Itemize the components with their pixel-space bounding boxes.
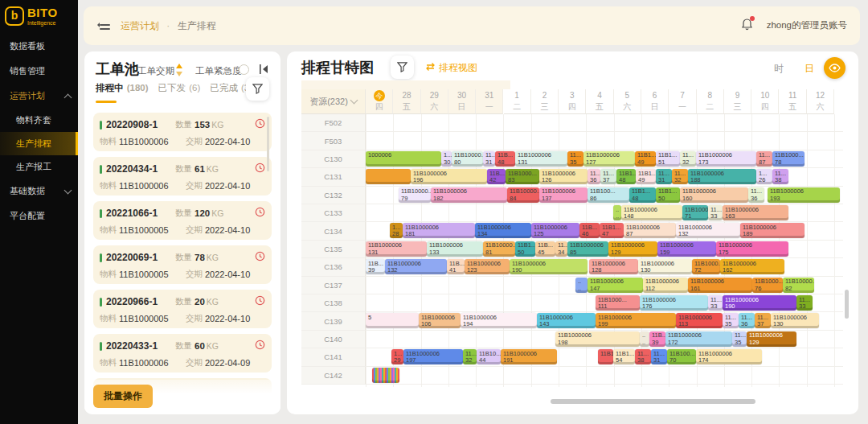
- gantt-bar[interactable]: 11B1000006126: [539, 169, 588, 184]
- gantt-bar[interactable]: 11B1000006181: [403, 223, 475, 238]
- gantt-bar[interactable]: 11...36: [739, 313, 755, 328]
- gantt-bar[interactable]: 11B100...70: [667, 349, 696, 364]
- gantt-bar[interactable]: ....: [613, 205, 621, 220]
- gantt-bar[interactable]: 11B10000...80: [452, 151, 483, 167]
- gantt-bar[interactable]: [366, 169, 411, 184]
- sidebar-item-operation-plan[interactable]: 运营计划: [0, 84, 78, 109]
- gantt-bar[interactable]: 11B1...48: [616, 169, 636, 184]
- gantt-bar[interactable]: 11B100000687: [624, 223, 676, 238]
- gantt-bar[interactable]: 11...38: [635, 349, 651, 364]
- sidebar-item-material-kitting[interactable]: 物料齐套: [0, 109, 78, 132]
- gantt-bar[interactable]: 11B1...48: [629, 187, 656, 203]
- gantt-bar[interactable]: 11...33: [796, 295, 813, 311]
- sidebar-item-production-report[interactable]: 生产报工: [0, 155, 78, 179]
- gantt-bar[interactable]: 11B1000006129: [608, 241, 657, 257]
- gantt-bar[interactable]: 11...37: [600, 169, 616, 184]
- gantt-bar[interactable]: 11B1000006143: [537, 313, 596, 328]
- sidebar-item-platform-config[interactable]: 平台配置: [0, 204, 78, 228]
- gantt-bar[interactable]: 11...36: [588, 169, 600, 184]
- gantt-bar[interactable]: 11...34: [555, 241, 567, 257]
- gantt-bar[interactable]: 11B1000006125: [531, 223, 579, 238]
- gantt-bar[interactable]: 11B...39: [649, 331, 665, 347]
- gantt-bar[interactable]: 11...32: [463, 349, 477, 364]
- gantt-bar[interactable]: 11B1000006148: [621, 205, 682, 220]
- gantt-bar[interactable]: 11B1000006112: [643, 278, 688, 293]
- gantt-bar[interactable]: 11B1...51: [656, 151, 680, 167]
- gantt-bar[interactable]: 11B1000006123: [465, 259, 510, 274]
- gantt-bar[interactable]: 11...31: [656, 169, 672, 184]
- gantt-bar[interactable]: 11...38: [772, 169, 788, 184]
- gantt-bar[interactable]: 11B1000006194: [461, 313, 537, 328]
- gantt-bar[interactable]: 11B10000...82: [783, 278, 814, 293]
- gantt-bar[interactable]: 11B1000006131: [515, 151, 567, 167]
- gantt-bar[interactable]: 11...31: [483, 151, 495, 167]
- sidebar-item-sales[interactable]: 销售管理: [0, 59, 78, 84]
- gantt-bar[interactable]: 11B1...54: [613, 349, 635, 364]
- gantt-bar[interactable]: 11B1000...76: [752, 278, 783, 293]
- gantt-bar[interactable]: 11B1000006161: [688, 278, 752, 293]
- schedule-view-toggle[interactable]: 排程视图: [425, 61, 477, 75]
- gantt-bar[interactable]: 11B1000006129: [747, 331, 796, 347]
- gantt-bar[interactable]: 11B1000006190: [510, 259, 588, 274]
- gantt-bar[interactable]: 11B...46: [579, 223, 600, 238]
- workorder-card[interactable]: 20220434-1数量61KG物料11B1000006交期2022-04-10: [93, 157, 272, 196]
- gantt-bar[interactable]: 11B1000006190: [723, 295, 796, 311]
- filter-button[interactable]: [246, 77, 269, 101]
- sort-by-urgency[interactable]: 工单紧急度: [195, 65, 242, 77]
- tab-排程中[interactable]: 排程中 (180): [96, 82, 149, 100]
- sidebar-item-base-data[interactable]: 基础数据: [0, 179, 78, 204]
- sort-by-due-date[interactable]: 工单交期: [137, 65, 174, 77]
- gantt-bar[interactable]: 11...32: [672, 169, 688, 184]
- workorder-card[interactable]: 20220433-1数量60KG物料11B1000006交期2022-04-09: [93, 334, 272, 373]
- gantt-bar[interactable]: 11...87: [756, 151, 772, 167]
- gantt-bar[interactable]: 11B1000006127: [583, 151, 635, 167]
- gantt-bar[interactable]: 11B...39: [366, 259, 385, 274]
- sidebar-item-dashboard[interactable]: 数据看板: [0, 34, 78, 59]
- gantt-bar[interactable]: 11...33: [708, 205, 723, 220]
- gantt-bar[interactable]: 11B1000006130: [638, 259, 692, 274]
- urgency-toggle[interactable]: [239, 64, 249, 75]
- notification-bell-icon[interactable]: [741, 18, 754, 32]
- resource-dropdown[interactable]: 资源(232): [301, 89, 366, 114]
- gantt-bar[interactable]: 11B1000006198: [555, 331, 640, 347]
- gantt-bar[interactable]: 11B10000...79: [399, 187, 431, 203]
- gantt-bar[interactable]: 11B1000...72: [692, 259, 720, 274]
- gantt-vertical-scrollbar[interactable]: [845, 290, 849, 319]
- gantt-bar[interactable]: 11B1000006147: [588, 278, 643, 293]
- gantt-bar[interactable]: 11B1...50: [515, 241, 535, 257]
- gantt-bar[interactable]: 11B10...44: [477, 349, 501, 364]
- sidebar-item-production-scheduling[interactable]: 生产排程: [0, 132, 78, 155]
- gantt-bar[interactable]: ....: [575, 278, 588, 293]
- gantt-bar[interactable]: 11B1...47: [600, 223, 624, 238]
- unit-day-toggle[interactable]: 日: [805, 62, 814, 76]
- gantt-bar[interactable]: 11B1000006159: [657, 241, 716, 257]
- gantt-bar[interactable]: 1...28: [390, 223, 403, 238]
- gantt-bar[interactable]: 11B1000006137: [539, 187, 588, 203]
- gantt-bar[interactable]: 11...31: [651, 349, 667, 364]
- gantt-bar[interactable]: 1...29: [391, 349, 403, 364]
- gantt-bar[interactable]: 11B1000006131: [366, 241, 427, 257]
- workorder-card[interactable]: 20220966-1数量20KG物料11B1000005交期2022-04-10: [93, 290, 272, 328]
- gantt-bar[interactable]: 11B1000006132: [385, 259, 447, 274]
- breadcrumb-operation-plan[interactable]: 运营计划: [121, 20, 159, 31]
- gantt-bar[interactable]: 11...37: [755, 313, 771, 328]
- gantt-bar[interactable]: 11B1000006193: [768, 187, 840, 203]
- gantt-bar[interactable]: 11B1000...78: [772, 151, 805, 167]
- gantt-bar[interactable]: ....: [640, 331, 649, 347]
- gantt-bar[interactable]: 11B1000006133: [427, 241, 483, 257]
- workorder-card[interactable]: 20221066-1数量120KG物料11B1000005交期2022-04-1…: [93, 201, 272, 240]
- gantt-bar[interactable]: 11B...45: [535, 241, 555, 257]
- gantt-bar[interactable]: 11B1...49: [636, 169, 656, 184]
- gantt-bar[interactable]: 11B1...49: [635, 151, 656, 167]
- gantt-bar[interactable]: 11B1000006197: [403, 349, 463, 364]
- gantt-bar[interactable]: 11B1000006182: [431, 187, 507, 203]
- gantt-bar[interactable]: 11B1000006162: [720, 259, 784, 274]
- gantt-bar[interactable]: 11B1000006188: [688, 169, 756, 184]
- menu-collapse-icon[interactable]: [96, 19, 111, 31]
- gantt-bar[interactable]: 11B1000006163: [723, 205, 788, 220]
- gantt-bar[interactable]: 11B1000...83: [506, 169, 539, 184]
- gantt-bar[interactable]: 1...26: [756, 169, 772, 184]
- gantt-bar[interactable]: 11B1000006189: [740, 223, 805, 238]
- gantt-bar[interactable]: 11B1000006196: [411, 169, 487, 184]
- gantt-bar[interactable]: 11B1000006172: [665, 331, 732, 347]
